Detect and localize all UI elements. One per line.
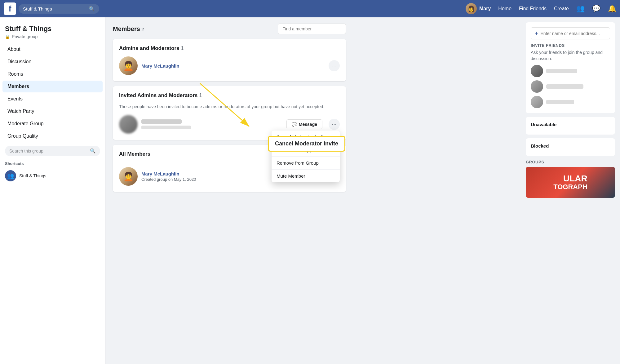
main-content: Members 2 Admins and Moderators 1 🧑‍🦱 Ma… xyxy=(105,17,353,364)
sidebar-item-watch-party[interactable]: Watch Party xyxy=(2,105,103,117)
group-name: Stuff & Things xyxy=(0,22,105,34)
nav-right: 👩 Mary Home Find Friends Create 👥 💬 🔔 xyxy=(466,3,616,14)
unavailable-section: Unavailable xyxy=(526,117,615,135)
invite-description: Ask your friends to join the group and d… xyxy=(531,50,610,62)
invited-more-button[interactable]: ··· xyxy=(329,119,340,130)
shortcuts-section: Shortcuts 👥 Stuff & Things xyxy=(0,161,105,183)
search-group-icon: 🔍 xyxy=(90,148,96,154)
friend-avatar-3 xyxy=(531,96,543,108)
members-count: 2 xyxy=(141,27,144,32)
people-icon[interactable]: 👥 xyxy=(576,5,585,13)
other-group-image: ULAR TOGRAPH xyxy=(526,167,615,198)
invited-description: These people have been invited to become… xyxy=(119,104,340,110)
sidebar-item-about[interactable]: About xyxy=(2,43,103,55)
invite-email-input[interactable] xyxy=(541,31,606,36)
other-groups-label: GROUPS xyxy=(526,160,615,164)
nav-find-friends-link[interactable]: Find Friends xyxy=(519,6,547,11)
shortcut-label: Stuff & Things xyxy=(19,173,46,178)
sidebar-item-members[interactable]: Members xyxy=(2,81,103,92)
invited-section: Invited Admins and Moderators 1 These pe… xyxy=(113,86,346,140)
admin-avatar: 🧑‍🦱 xyxy=(119,56,138,75)
plus-icon: + xyxy=(535,30,538,37)
all-member-avatar: 🧑‍🦱 xyxy=(119,167,138,186)
search-input[interactable] xyxy=(23,6,86,11)
admin-more-button[interactable]: ··· xyxy=(329,60,340,71)
invite-add-row[interactable]: + xyxy=(531,27,610,39)
shortcut-stuff-things[interactable]: 👥 Stuff & Things xyxy=(5,168,100,183)
find-member-input[interactable] xyxy=(278,24,346,34)
sidebar-item-rooms[interactable]: Rooms xyxy=(2,68,103,80)
facebook-logo: f xyxy=(4,2,16,15)
invite-section: + INVITE FRIENDS Ask your friends to joi… xyxy=(526,22,615,113)
invited-name-blurred xyxy=(141,119,182,124)
admins-section: Admins and Moderators 1 🧑‍🦱 Mary McLaugh… xyxy=(113,39,346,81)
friend-avatar-2 xyxy=(531,80,543,93)
invite-label: INVITE FRIENDS xyxy=(531,43,610,48)
dropdown-mute-member[interactable]: Mute Member xyxy=(272,170,340,182)
sidebar-item-discussion[interactable]: Discussion xyxy=(2,56,103,68)
top-navigation: f 🔍 👩 Mary Home Find Friends Create 👥 💬 … xyxy=(0,0,620,17)
invited-title: Invited Admins and Moderators 1 xyxy=(119,92,340,99)
sidebar-item-events[interactable]: Events xyxy=(2,93,103,105)
invited-subtitle-blurred xyxy=(141,126,191,129)
members-header: Members 2 xyxy=(113,24,346,34)
admins-title: Admins and Moderators 1 xyxy=(119,45,340,51)
left-sidebar: Stuff & Things 🔒 Private group About Dis… xyxy=(0,17,105,364)
sidebar-item-group-quality[interactable]: Group Quality xyxy=(2,130,103,142)
right-sidebar: + INVITE FRIENDS Ask your friends to joi… xyxy=(521,17,620,364)
friend-name-blurred-1 xyxy=(546,69,577,73)
group-type: 🔒 Private group xyxy=(0,34,105,43)
blocked-label: Blocked xyxy=(531,143,610,149)
invited-avatar xyxy=(119,115,138,134)
search-group-bar[interactable]: 🔍 xyxy=(5,146,100,156)
invited-member-row: 💬 Message ··· Cancel Moderator Invite Tu… xyxy=(119,115,340,134)
search-group-input[interactable] xyxy=(9,149,87,153)
messenger-btn-icon: 💬 xyxy=(292,122,297,127)
search-bar[interactable]: 🔍 xyxy=(19,4,99,14)
sidebar-nav: About Discussion Rooms Members Events Wa… xyxy=(0,43,105,142)
lock-icon: 🔒 xyxy=(5,34,10,39)
sidebar-item-moderate-group[interactable]: Moderate Group xyxy=(2,118,103,130)
admin-member-name[interactable]: Mary McLaughlin xyxy=(141,63,325,69)
blocked-section: Blocked xyxy=(526,138,615,156)
friend-name-blurred-2 xyxy=(546,84,583,89)
other-group-card[interactable]: ULAR TOGRAPH xyxy=(526,167,615,198)
friend-name-blurred-3 xyxy=(546,100,574,104)
callout-box: Cancel Moderator Invite xyxy=(268,136,345,152)
dropdown-remove-from-group[interactable]: Remove from Group xyxy=(272,157,340,170)
bell-icon[interactable]: 🔔 xyxy=(608,5,616,13)
invite-friend-1[interactable] xyxy=(531,65,610,77)
nav-create-link[interactable]: Create xyxy=(554,6,569,11)
nav-home-link[interactable]: Home xyxy=(498,6,512,11)
shortcut-group-icon: 👥 xyxy=(5,170,16,181)
admin-member-info: Mary McLaughlin xyxy=(141,63,325,69)
search-icon: 🔍 xyxy=(89,6,95,12)
messenger-icon[interactable]: 💬 xyxy=(592,5,600,13)
nav-user[interactable]: 👩 Mary xyxy=(466,3,491,14)
unavailable-label: Unavailable xyxy=(531,122,610,127)
invited-member-info xyxy=(141,119,283,129)
other-groups-section: GROUPS ULAR TOGRAPH xyxy=(526,160,615,198)
invite-friend-2[interactable] xyxy=(531,80,610,93)
invite-friend-3[interactable] xyxy=(531,96,610,108)
shortcuts-label: Shortcuts xyxy=(5,161,100,166)
avatar: 👩 xyxy=(466,3,477,14)
message-button[interactable]: 💬 Message xyxy=(286,119,322,129)
members-title: Members xyxy=(113,25,140,32)
all-members-title: All Members xyxy=(119,151,150,157)
friend-avatar-1 xyxy=(531,65,543,77)
nav-username: Mary xyxy=(479,6,491,11)
admin-member-row: 🧑‍🦱 Mary McLaughlin ··· xyxy=(119,56,340,75)
